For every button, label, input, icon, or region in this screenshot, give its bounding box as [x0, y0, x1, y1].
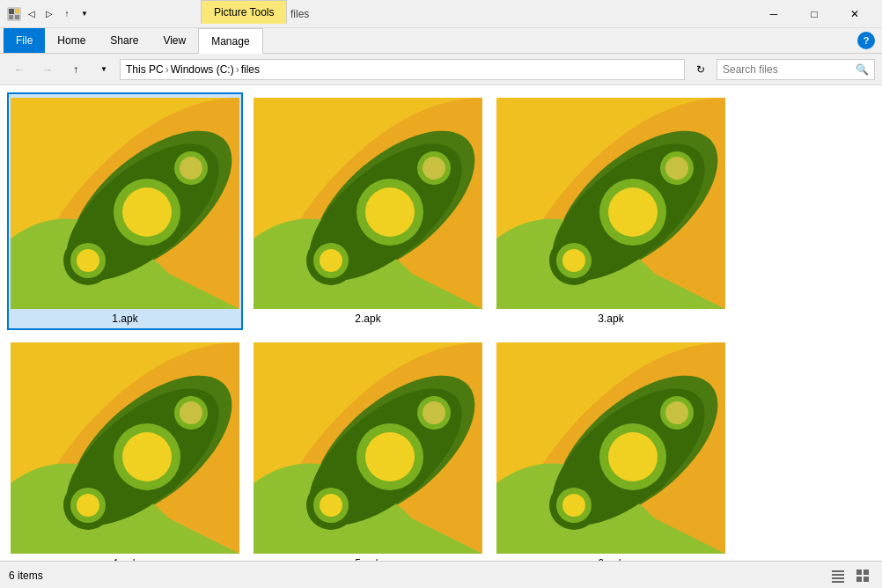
- file-grid: 1.apk 2.apk: [0, 85, 882, 561]
- svg-rect-79: [832, 581, 844, 583]
- svg-rect-2: [9, 15, 13, 19]
- system-icon: [7, 7, 21, 21]
- file-label-3: 3.apk: [598, 312, 623, 325]
- status-bar: 6 items: [0, 561, 882, 588]
- tab-home[interactable]: Home: [45, 28, 98, 53]
- search-input[interactable]: [723, 63, 852, 76]
- up-button[interactable]: ↑: [63, 59, 88, 80]
- tab-share[interactable]: Share: [98, 28, 151, 53]
- svg-point-9: [122, 187, 172, 237]
- file-thumb-4: [11, 342, 239, 554]
- path-windows: Windows (C:): [171, 63, 234, 76]
- path-sep-1: ›: [165, 63, 169, 76]
- file-label-5: 5.apk: [355, 557, 380, 561]
- svg-point-57: [365, 432, 415, 481]
- ribbon: File Home Share View Manage ?: [0, 28, 882, 54]
- tab-view[interactable]: View: [151, 28, 198, 53]
- svg-rect-80: [856, 570, 862, 575]
- address-bar: ← → ↑ ▼ This PC › Windows (C:) › files ↻…: [0, 54, 882, 85]
- svg-point-15: [77, 249, 99, 272]
- svg-point-24: [423, 157, 445, 180]
- file-item-1[interactable]: 1.apk: [7, 92, 243, 330]
- forward-button[interactable]: →: [35, 59, 60, 80]
- refresh-button[interactable]: ↻: [688, 59, 713, 80]
- svg-rect-78: [832, 577, 844, 579]
- svg-point-51: [77, 494, 99, 517]
- svg-point-39: [562, 249, 585, 272]
- svg-point-12: [180, 157, 202, 180]
- recent-button[interactable]: ▼: [92, 59, 116, 80]
- file-thumb-5: [254, 342, 482, 554]
- close-button[interactable]: ✕: [834, 0, 875, 28]
- file-item-5[interactable]: 5.apk: [250, 337, 486, 561]
- file-thumb-3: [496, 98, 725, 309]
- title-bar: ◁ ▷ ↑ ▼ Picture Tools files ─ □ ✕: [0, 0, 882, 28]
- svg-rect-82: [856, 577, 862, 582]
- svg-point-27: [320, 249, 342, 272]
- file-item-2[interactable]: 2.apk: [250, 92, 486, 330]
- svg-rect-76: [832, 570, 844, 572]
- path-files: files: [241, 63, 260, 76]
- window-controls: ─ □ ✕: [753, 0, 875, 28]
- file-thumb-1: [11, 98, 239, 309]
- svg-point-75: [562, 494, 585, 517]
- file-item-4[interactable]: 4.apk: [7, 337, 243, 561]
- file-label-4: 4.apk: [112, 557, 137, 561]
- tab-manage[interactable]: Manage: [198, 28, 262, 54]
- large-icons-view-button[interactable]: [852, 565, 873, 586]
- svg-rect-1: [15, 9, 19, 13]
- path-this-pc: This PC: [126, 63, 164, 76]
- svg-point-33: [608, 187, 658, 237]
- picture-tools-tab[interactable]: Picture Tools: [201, 0, 287, 24]
- window-title: files: [290, 8, 309, 20]
- maximize-button[interactable]: □: [794, 0, 834, 28]
- path-sep-2: ›: [236, 63, 239, 76]
- ribbon-tab-bar: File Home Share View Manage ?: [0, 28, 882, 53]
- svg-point-72: [665, 401, 688, 424]
- svg-point-69: [608, 432, 658, 481]
- svg-point-63: [320, 494, 342, 517]
- minimize-button[interactable]: ─: [753, 0, 794, 28]
- address-path[interactable]: This PC › Windows (C:) › files: [120, 59, 685, 80]
- file-item-6[interactable]: 6.apk: [493, 337, 729, 561]
- svg-point-21: [365, 187, 415, 237]
- file-label-2: 2.apk: [355, 312, 380, 325]
- svg-point-60: [423, 401, 445, 424]
- search-box[interactable]: 🔍: [717, 59, 875, 80]
- details-view-button[interactable]: [827, 565, 849, 586]
- svg-rect-83: [864, 577, 869, 582]
- back-icon: ◁: [25, 7, 39, 21]
- svg-point-36: [665, 157, 688, 180]
- tab-file[interactable]: File: [4, 28, 45, 53]
- quick-access: ◁ ▷ ↑ ▼: [7, 7, 92, 21]
- item-count: 6 items: [9, 570, 43, 582]
- up-icon: ↑: [60, 7, 74, 21]
- file-label-6: 6.apk: [598, 557, 623, 561]
- svg-rect-81: [864, 570, 869, 575]
- back-button[interactable]: ←: [7, 59, 32, 80]
- help-button[interactable]: ?: [857, 32, 875, 49]
- file-label-1: 1.apk: [112, 312, 137, 325]
- svg-point-45: [122, 432, 172, 481]
- svg-point-48: [180, 401, 202, 424]
- svg-rect-0: [9, 9, 14, 14]
- svg-rect-3: [15, 15, 19, 19]
- ribbon-help: ?: [857, 28, 882, 53]
- file-thumb-6: [496, 342, 725, 554]
- file-item-3[interactable]: 3.apk: [493, 92, 729, 330]
- svg-rect-77: [832, 574, 844, 576]
- forward-icon: ▷: [42, 7, 56, 21]
- search-icon: 🔍: [856, 63, 869, 76]
- dropdown-icon: ▼: [77, 7, 92, 21]
- file-thumb-2: [254, 98, 482, 309]
- view-controls: [827, 565, 873, 586]
